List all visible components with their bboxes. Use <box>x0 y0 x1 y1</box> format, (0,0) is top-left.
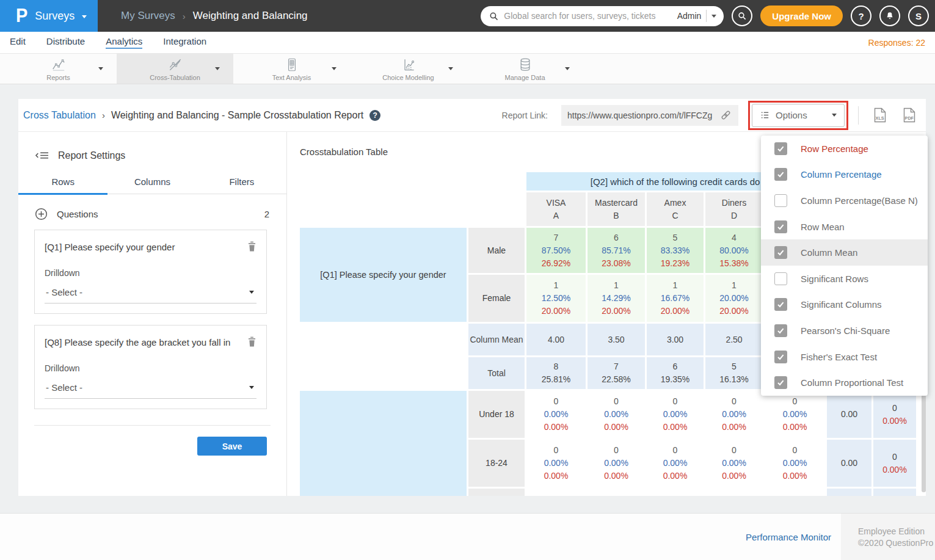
option-significant-columns[interactable]: Significant Columns <box>761 292 928 318</box>
chevron-down-icon[interactable] <box>98 67 103 70</box>
option-column-proportional-test[interactable]: Column Proportional Test <box>761 369 928 396</box>
search-input[interactable] <box>504 11 672 21</box>
checkbox-checked-icon[interactable] <box>774 376 787 389</box>
option-column-mean[interactable]: Column Mean <box>761 239 928 266</box>
data-cell: 00.00%0.00% <box>705 440 763 487</box>
select-value: - Select - <box>46 382 82 393</box>
cross-tabulation-link[interactable]: Cross Tabulation <box>23 110 96 121</box>
toolbar-label: Text Analysis <box>272 74 311 81</box>
total-cell: 722.58% <box>588 357 645 389</box>
row-label-total: Total <box>468 357 525 389</box>
chevron-down-icon[interactable] <box>215 67 220 70</box>
questions-label: Questions <box>57 209 98 219</box>
options-button[interactable]: Options <box>752 104 845 127</box>
drilldown-select[interactable]: - Select - <box>45 287 256 304</box>
breadcrumb-separator: › <box>102 110 105 120</box>
chevron-down-icon <box>249 291 254 294</box>
data-cell <box>705 489 763 496</box>
help-icon[interactable]: ? <box>369 110 380 121</box>
drilldown-select[interactable]: - Select - <box>45 382 256 399</box>
option-column-percentage[interactable]: Column Percentage <box>761 162 928 188</box>
help-button[interactable]: ? <box>851 5 871 26</box>
checkbox-checked-icon[interactable] <box>774 220 787 233</box>
performance-monitor-link[interactable]: Performance Monitor <box>746 532 831 542</box>
checkbox-unchecked-icon[interactable] <box>774 194 787 207</box>
search-scope-selector[interactable]: Admin <box>677 11 702 21</box>
chevron-down-icon[interactable] <box>565 67 570 70</box>
option-fisher-s-exact-test[interactable]: Fisher's Exact Test <box>761 344 928 370</box>
collapse-panel-icon[interactable] <box>34 149 50 162</box>
notifications-button[interactable] <box>879 5 900 26</box>
search-submit-button[interactable] <box>732 5 752 26</box>
option-column-percentage-base-n[interactable]: Column Percentage(Base N) <box>761 187 928 214</box>
breadcrumb-my-surveys[interactable]: My Surveys <box>121 10 175 22</box>
drilldown-label: Drilldown <box>45 268 256 278</box>
tab-rows[interactable]: Rows <box>18 176 107 195</box>
nav-analytics[interactable]: Analytics <box>106 36 142 49</box>
toolbar-cross-tabulation[interactable]: Cross-Tabulation <box>117 54 233 84</box>
product-switcher[interactable]: P Surveys <box>0 0 98 32</box>
avatar[interactable]: S <box>908 5 929 26</box>
page-footer: Performance Monitor Employee Edition ©20… <box>0 513 935 560</box>
export-pdf-button[interactable]: PDF <box>901 107 917 123</box>
chevron-down-icon[interactable] <box>332 67 337 70</box>
data-cell: 583.33%19.23% <box>647 228 704 273</box>
column-header-mastercard: MastercardB <box>588 192 645 226</box>
toolbar-text-analysis[interactable]: Text Analysis <box>233 54 350 84</box>
trash-icon[interactable] <box>246 335 258 348</box>
chevron-down-icon[interactable] <box>711 15 716 18</box>
option-label: Column Percentage <box>801 169 882 180</box>
responses-count[interactable]: Responses: 22 <box>868 38 925 48</box>
add-question-button[interactable] <box>34 207 48 221</box>
row-question-q1: [Q1] Please specify your gender <box>300 228 467 322</box>
toolbar-manage-data[interactable]: Manage Data <box>467 54 583 84</box>
toolbar-reports[interactable]: Reports <box>0 54 117 84</box>
checkbox-checked-icon[interactable] <box>774 142 787 155</box>
save-button[interactable]: Save <box>197 437 267 456</box>
toolbar-label: Manage Data <box>504 74 545 81</box>
breadcrumb-separator: › <box>183 11 186 21</box>
row-mean-cell: 0.00 <box>827 391 871 438</box>
column-header-visa: VISAA <box>526 192 586 226</box>
checkbox-unchecked-icon[interactable] <box>774 272 787 285</box>
total-cell: 516.13% <box>705 357 763 389</box>
edition-label: Employee Edition <box>858 526 935 537</box>
list-icon <box>760 110 770 120</box>
top-header: P Surveys My Surveys › Weighting and Bal… <box>0 0 935 32</box>
data-cell: 112.50%20.00% <box>526 275 586 322</box>
checkbox-checked-icon[interactable] <box>774 168 787 181</box>
toolbar-label: Cross-Tabulation <box>150 74 200 81</box>
chevron-down-icon[interactable] <box>448 67 453 70</box>
report-link-box[interactable]: https://www.questionpro.com/t/lFFCZg <box>561 105 738 126</box>
toolbar-choice-modelling[interactable]: Choice Modelling <box>350 54 467 84</box>
trash-icon[interactable] <box>246 240 258 253</box>
data-cell: 685.71%23.08% <box>588 228 645 273</box>
total-cell: 00.00% <box>873 391 916 438</box>
checkbox-checked-icon[interactable] <box>774 351 787 363</box>
nav-edit[interactable]: Edit <box>10 36 26 49</box>
export-xls-button[interactable]: XLS <box>872 107 888 123</box>
link-icon[interactable] <box>719 109 732 122</box>
tab-columns[interactable]: Columns <box>107 176 197 195</box>
checkbox-checked-icon[interactable] <box>774 246 787 259</box>
option-row-percentage[interactable]: Row Percentage <box>761 136 928 162</box>
breadcrumb-current: Weighting and Balancing <box>193 10 308 22</box>
row-mean-cell: 0.00 <box>827 440 871 487</box>
option-label: Significant Rows <box>801 274 868 284</box>
report-url[interactable]: https://www.questionpro.com/t/lFFCZg <box>567 111 715 120</box>
toolbar-label: Choice Modelling <box>382 74 434 81</box>
option-significant-rows[interactable]: Significant Rows <box>761 266 928 292</box>
upgrade-button[interactable]: Upgrade Now <box>760 5 843 26</box>
checkbox-checked-icon[interactable] <box>774 324 787 337</box>
option-label: Column Proportional Test <box>801 377 903 388</box>
global-search[interactable]: Admin <box>481 6 724 26</box>
nav-distribute[interactable]: Distribute <box>46 36 85 49</box>
total-cell: 00.00% <box>873 440 916 487</box>
option-row-mean[interactable]: Row Mean <box>761 214 928 240</box>
checkbox-checked-icon[interactable] <box>774 298 787 311</box>
option-pearson-s-chi-square[interactable]: Pearson's Chi-Square <box>761 318 928 344</box>
options-button-label: Options <box>776 110 807 120</box>
nav-integration[interactable]: Integration <box>163 36 206 49</box>
tab-filters[interactable]: Filters <box>197 176 286 195</box>
question-text: [Q8] Please specify the age bracket you … <box>45 336 246 349</box>
